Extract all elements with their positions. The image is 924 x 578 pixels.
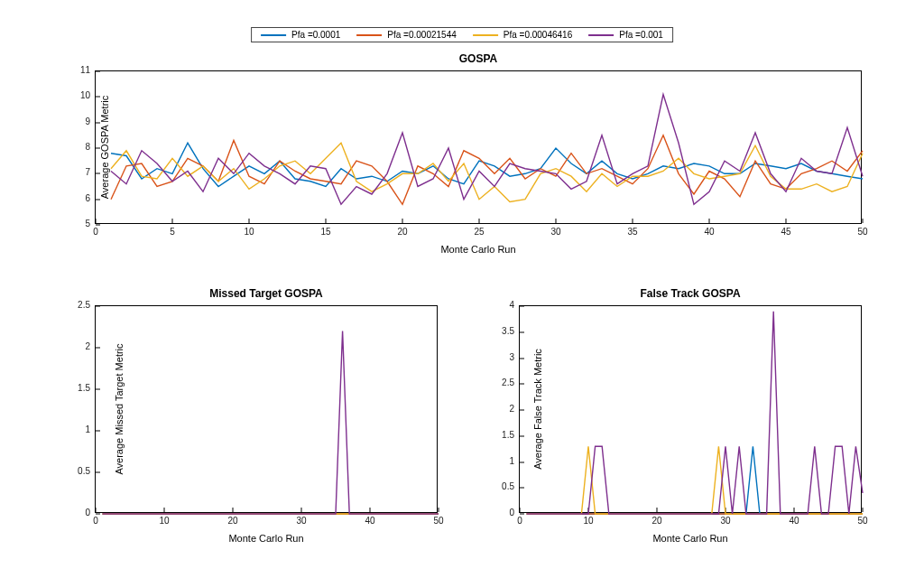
x-tick: 10 (244, 227, 254, 237)
y-tick: 0 (85, 508, 90, 517)
x-tick: 50 (857, 227, 867, 237)
line-plot (96, 71, 863, 225)
chart-title: False Track GOSPA (519, 287, 862, 300)
x-tick: 0 (93, 516, 98, 526)
legend-label: Pfa =0.00021544 (387, 30, 456, 40)
y-tick: 3.5 (502, 325, 514, 335)
line-plot (520, 306, 863, 514)
chart-title: Missed Target GOSPA (95, 287, 438, 300)
chart-title: GOSPA (95, 52, 862, 65)
y-tick: 1.5 (78, 383, 90, 393)
x-tick: 50 (433, 516, 443, 526)
y-tick: 6 (85, 192, 90, 202)
series-line (111, 143, 863, 186)
legend-swatch (261, 34, 286, 36)
x-tick: 5 (170, 227, 175, 237)
x-tick: 40 (704, 227, 714, 237)
x-tick: 0 (517, 516, 522, 526)
x-tick: 30 (296, 516, 306, 526)
y-tick: 11 (80, 65, 90, 75)
x-tick: 20 (227, 516, 237, 526)
y-tick: 2.5 (502, 378, 514, 387)
x-tick: 30 (720, 516, 730, 526)
axes-missed: Missed Target GOSPAMonte Carlo RunAverag… (95, 305, 438, 513)
x-tick: 20 (651, 516, 661, 526)
x-axis-label: Monte Carlo Run (95, 244, 862, 255)
y-tick: 2 (509, 404, 514, 414)
x-tick: 40 (789, 516, 799, 526)
y-tick: 5 (85, 219, 90, 228)
figure: Pfa =0.0001Pfa =0.00021544Pfa =0.0004641… (0, 0, 924, 578)
y-tick: 9 (85, 116, 90, 126)
y-tick: 2 (85, 341, 90, 351)
y-tick: 3 (509, 351, 514, 361)
series-line (111, 95, 863, 205)
legend-label: Pfa =0.00046416 (504, 30, 572, 40)
y-tick: 0.5 (502, 481, 514, 491)
plot-area: 0102030405000.511.522.533.54 (519, 305, 862, 513)
legend-label: Pfa =0.0001 (291, 30, 340, 40)
legend-item: Pfa =0.00046416 (473, 30, 572, 40)
y-tick: 1 (85, 424, 90, 434)
x-tick: 25 (474, 227, 484, 237)
series-line (527, 312, 863, 514)
x-axis-label: Monte Carlo Run (519, 533, 862, 544)
x-tick: 50 (857, 516, 867, 526)
y-tick: 7 (85, 167, 90, 177)
legend-item: Pfa =0.0001 (261, 30, 340, 40)
x-tick: 30 (550, 227, 560, 237)
series-line (527, 446, 863, 514)
y-tick: 1 (509, 455, 514, 465)
x-tick: 10 (159, 516, 169, 526)
y-tick: 10 (80, 90, 90, 100)
x-tick: 0 (93, 227, 98, 237)
legend-item: Pfa =0.001 (588, 30, 663, 40)
y-tick: 0 (509, 508, 514, 517)
x-axis-label: Monte Carlo Run (95, 533, 438, 544)
legend-label: Pfa =0.001 (619, 30, 663, 40)
line-plot (96, 306, 439, 514)
axes-false: False Track GOSPAMonte Carlo RunAverage … (519, 305, 862, 513)
y-tick: 0.5 (78, 466, 90, 476)
x-tick: 45 (781, 227, 790, 237)
axes-gospa: GOSPAMonte Carlo RunAverage GOSPA Metric… (95, 70, 862, 224)
x-tick: 15 (320, 227, 330, 237)
legend-swatch (588, 34, 614, 36)
plot-area: 0102030405000.511.522.5 (95, 305, 438, 513)
x-tick: 40 (365, 516, 374, 526)
y-tick: 1.5 (502, 429, 514, 439)
legend-swatch (473, 34, 498, 36)
plot-area: 05101520253035404550567891011 (95, 70, 862, 224)
y-tick: 2.5 (78, 300, 90, 310)
y-tick: 4 (509, 300, 514, 310)
x-tick: 35 (627, 227, 637, 237)
legend: Pfa =0.0001Pfa =0.00021544Pfa =0.0004641… (251, 27, 673, 42)
x-tick: 10 (583, 516, 593, 526)
series-line (103, 331, 439, 514)
legend-item: Pfa =0.00021544 (356, 30, 456, 40)
series-line (527, 446, 863, 514)
legend-swatch (356, 34, 382, 36)
x-tick: 20 (397, 227, 407, 237)
y-tick: 8 (85, 142, 90, 152)
